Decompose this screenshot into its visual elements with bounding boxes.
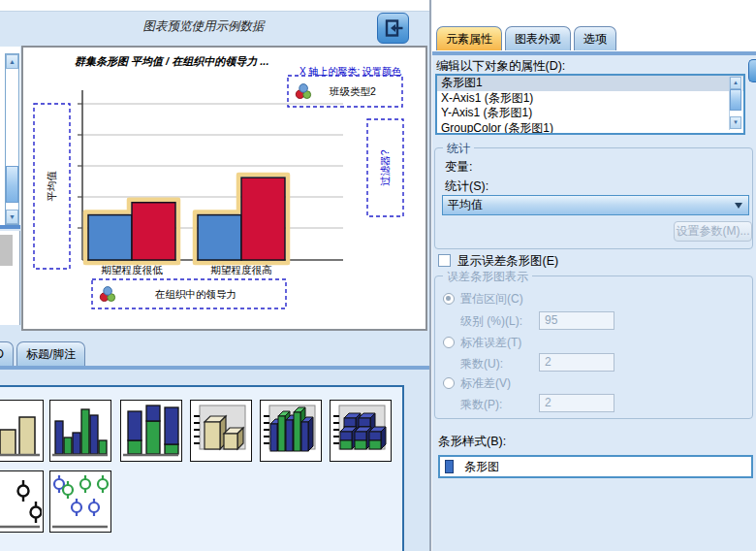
error-bars-group-title: 误差条形图表示 — [443, 269, 532, 285]
bar-blue-group1[interactable] — [198, 215, 241, 260]
sd-multiplier-label: 乘数(P): — [460, 397, 502, 413]
legend-dropzone[interactable]: 班级类型2 — [288, 76, 402, 107]
list-item[interactable] — [0, 235, 13, 266]
bar-style-value: 条形图 — [459, 459, 751, 475]
tab-label: 元素属性 — [446, 31, 492, 48]
tab-options[interactable]: 选项 — [574, 26, 616, 50]
y-axis-label: 平均值 — [46, 171, 57, 202]
tab-label: 选项 — [583, 31, 607, 48]
gallery-item-3d-bar[interactable] — [190, 400, 252, 462]
y-axis-dropzone[interactable]: 平均值 — [34, 104, 70, 269]
chart-title: 群集条形图 平均值 / 在组织中的领导力 ... — [74, 55, 268, 68]
object-item-yaxis[interactable]: Y-Axis1 (条形图1) — [437, 106, 743, 121]
se-multiplier-field: 2 — [539, 353, 614, 372]
bar-red-group0[interactable] — [132, 203, 175, 260]
chevron-down-icon — [735, 203, 742, 209]
error-bars-group: 误差条形图表示 置信区间(C) 级别 (%)(L): 95 标准误差(T) 乘数… — [434, 276, 753, 419]
bar-style-label: 条形样式(B): — [438, 434, 506, 450]
bar-style-select[interactable]: 条形图 — [438, 455, 753, 478]
edit-objects-label: 编辑以下对象的属性(D): — [436, 58, 565, 75]
level-label: 级别 (%)(L): — [460, 313, 522, 330]
gallery-item-simple-error-bar[interactable] — [0, 470, 44, 533]
apply-button-cut[interactable] — [748, 59, 756, 82]
preview-header: 图表预览使用示例数据 — [58, 18, 349, 35]
se-multiplier-label: 乘数(U): — [460, 356, 503, 373]
scroll-down-icon[interactable]: ▼ — [730, 116, 741, 129]
tab-element-properties[interactable]: 元素属性 — [436, 26, 502, 50]
scroll-down-icon[interactable]: ▼ — [6, 210, 18, 224]
filter-dropzone[interactable]: 过滤器? — [367, 119, 403, 216]
objects-list-scrollbar[interactable]: ▲ ▼ — [729, 77, 742, 130]
statistic-label: 统计(S): — [445, 178, 488, 195]
show-error-bars-checkbox[interactable] — [438, 254, 451, 267]
object-item-bar1[interactable]: 条形图1 — [437, 76, 743, 91]
assign-arrow-icon — [383, 17, 404, 39]
object-item-xaxis[interactable]: X-Axis1 (条形图1) — [437, 91, 743, 107]
scroll-up-icon[interactable]: ▲ — [6, 54, 18, 69]
objects-listbox: 条形图1 X-Axis1 (条形图1) Y-Axis1 (条形图1) Group… — [435, 74, 745, 135]
statistic-value: 平均值 — [443, 197, 735, 213]
tab-label: 图表外观 — [515, 31, 561, 48]
standard-deviation-label: 标准差(V) — [460, 375, 511, 392]
tab-titles-footnotes[interactable]: 标题/脚注 — [16, 341, 85, 366]
tab-chart-appearance[interactable]: 图表外观 — [505, 26, 571, 50]
filter-label: 过滤器? — [379, 149, 391, 186]
show-error-bars-label: 显示误差条形图(E) — [457, 253, 558, 270]
scroll-up-icon[interactable]: ▲ — [730, 77, 741, 89]
gallery-item-clustered-bar[interactable] — [49, 400, 111, 462]
statistics-group-title: 统计 — [443, 141, 474, 157]
gallery-item-stacked-bar[interactable] — [120, 400, 182, 462]
variables-panel-cut: ▲ ▼ — [0, 47, 20, 229]
x-tick-label: 期望程度很低 — [101, 264, 164, 276]
variable-label: 变量: — [445, 159, 472, 176]
tabs-underline — [432, 51, 756, 55]
sd-multiplier-field: 2 — [539, 394, 614, 412]
x-axis-label: 在组织中的领导力 — [154, 288, 236, 300]
properties-pane: 元素属性 图表外观 选项 编辑以下对象的属性(D): 条形图1 X-Axis1 … — [432, 0, 756, 551]
confidence-interval-label: 置信区间(C) — [460, 291, 523, 308]
gridlines — [82, 104, 343, 228]
chart-gallery — [0, 385, 404, 551]
object-item-groupcolor[interactable]: GroupColor (条形图1) — [437, 121, 743, 136]
standard-error-label: 标准误差(T) — [460, 335, 521, 351]
panel-divider — [0, 225, 20, 229]
set-parameters-button: 设置参数(M)... — [674, 221, 752, 242]
level-field: 95 — [539, 311, 614, 330]
variables-list-cut — [0, 231, 20, 325]
bar-blue-group0[interactable] — [88, 215, 132, 260]
bar-style-icon — [445, 460, 454, 473]
x-axis-dropzone[interactable]: 在组织中的领导力 — [92, 279, 286, 308]
bars[interactable] — [85, 175, 288, 263]
scrollbar-thumb[interactable] — [6, 166, 18, 203]
chart-preview-canvas: 期望程度很低 期望程度很高 群集条形图 平均值 / 在组织中的领导力 ... X… — [21, 46, 427, 331]
gallery-item-3d-clustered-bar[interactable] — [260, 400, 322, 462]
properties-tabs: 元素属性 图表外观 选项 — [436, 26, 616, 50]
bar-red-group1[interactable] — [241, 178, 285, 260]
standard-deviation-radio — [443, 377, 455, 389]
statistics-group: 统计 变量: 统计(S): 平均值 设置参数(M)... — [434, 147, 753, 249]
chart-builder-dialog: 图表预览使用示例数据 ▲ ▼ — [0, 0, 756, 551]
legend-title: 班级类型2 — [329, 85, 376, 97]
tab-groups-point-id[interactable]: ID — [0, 341, 14, 366]
gallery-item-clustered-error-bar[interactable] — [49, 470, 111, 533]
variables-scrollbar[interactable]: ▲ ▼ — [5, 53, 19, 225]
gallery-item-simple-bar[interactable] — [0, 400, 44, 462]
gallery-item-3d-stacked-bar[interactable] — [330, 400, 392, 462]
tab-label: 标题/脚注 — [26, 346, 76, 363]
statistic-select[interactable]: 平均值 — [442, 195, 749, 215]
preview-pane: 图表预览使用示例数据 ▲ ▼ — [0, 0, 429, 551]
tab-label: ID — [0, 347, 4, 361]
top-strip — [0, 0, 429, 12]
scrollbar-thumb[interactable] — [730, 89, 741, 111]
tabs-underline — [0, 366, 429, 370]
standard-error-radio — [443, 337, 455, 348]
assign-variable-button[interactable] — [377, 13, 409, 44]
x-tick-label: 期望程度很高 — [210, 264, 273, 276]
confidence-interval-radio — [443, 293, 455, 305]
